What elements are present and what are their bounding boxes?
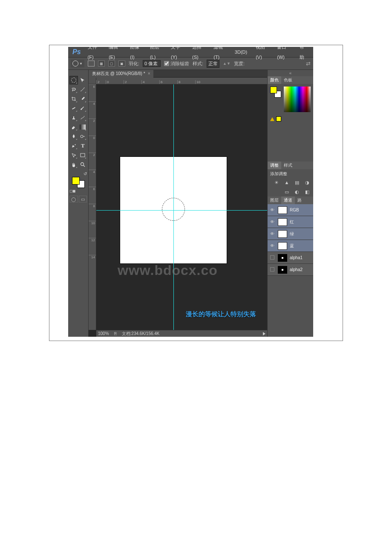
foreground-color-swatch[interactable] (72, 177, 80, 185)
dodge-tool-icon[interactable] (79, 132, 87, 141)
channel-row[interactable]: 👁绿 (268, 228, 313, 240)
default-colors-icon[interactable]: ◻◼ (69, 189, 75, 193)
visibility-eye-icon[interactable]: 👁 (269, 231, 275, 236)
ruler-vertical[interactable]: 6 4 2 0 2 4 6 8 10 12 14 (89, 84, 96, 330)
panel-fg-swatch[interactable] (270, 87, 277, 93)
tab-swatches[interactable]: 色板 (281, 76, 295, 84)
feather-input[interactable] (143, 60, 161, 67)
antialias-toggle[interactable]: 消除锯齿 (164, 61, 189, 67)
swap-colors-icon[interactable]: ↺ (84, 171, 87, 176)
channel-thumbnail (278, 230, 287, 238)
hue-adjust-icon[interactable]: ◐ (294, 189, 300, 195)
selection-add-icon[interactable]: ▦ (98, 61, 105, 66)
elliptical-selection[interactable] (162, 198, 185, 221)
levels-adjust-icon[interactable]: ▲ (283, 179, 290, 185)
tab-paths[interactable]: 路 (295, 197, 304, 204)
visibility-eye-icon[interactable]: 👁 (269, 243, 275, 248)
history-brush-tool-icon[interactable] (79, 113, 87, 122)
canvas-viewport[interactable]: 2 0 2 4 6 8 10 6 4 2 0 2 4 6 8 1 (89, 78, 267, 337)
app-logo: Ps (70, 48, 84, 56)
tab-styles[interactable]: 样式 (281, 162, 295, 169)
channel-name: 蓝 (290, 243, 294, 249)
warning-icon[interactable] (270, 117, 274, 121)
close-icon[interactable]: × (148, 71, 150, 76)
vibrance-adjust-icon[interactable]: ▭ (283, 189, 290, 195)
selection-new-icon[interactable] (88, 61, 95, 66)
ruler-origin[interactable] (89, 78, 96, 84)
photoshop-window: Ps 文件(F) 编辑(E) 图像(I) 图层(L) 文字(Y) 选择(S) 滤… (68, 47, 313, 337)
exposure-adjust-icon[interactable]: ◑ (304, 179, 311, 185)
path-select-tool-icon[interactable] (69, 151, 78, 159)
selection-subtract-icon[interactable]: ▢ (108, 61, 115, 66)
zoom-level[interactable]: 100% (98, 331, 109, 336)
menu-edit[interactable]: 编辑(E) (104, 47, 126, 62)
zoom-tool-icon[interactable] (79, 160, 87, 169)
svg-rect-6 (81, 153, 85, 157)
lasso-tool-icon[interactable] (69, 85, 78, 94)
crop-tool-icon[interactable] (69, 95, 78, 103)
antialias-checkbox[interactable] (164, 61, 169, 66)
channel-row[interactable]: alpha1 (268, 252, 313, 264)
blur-tool-icon[interactable] (69, 132, 78, 141)
visibility-eye-icon[interactable] (269, 255, 275, 260)
menu-window[interactable]: 窗口(W) (273, 47, 295, 62)
visibility-eye-icon[interactable]: 👁 (269, 208, 275, 212)
channel-row[interactable]: alpha2 (268, 264, 313, 276)
eyedropper-tool-icon[interactable] (79, 95, 87, 103)
move-tool-icon[interactable] (79, 76, 87, 84)
right-dock: « 颜色 色板 调整 样式 (267, 70, 313, 337)
tab-color[interactable]: 颜色 (268, 76, 281, 84)
warning-swatch[interactable] (276, 116, 281, 121)
channel-name: 绿 (290, 231, 294, 237)
tab-layers[interactable]: 图层 (268, 197, 281, 204)
visibility-eye-icon[interactable]: 👁 (269, 220, 275, 224)
ruler-horizontal[interactable]: 2 0 2 4 6 8 10 (96, 78, 267, 84)
screen-mode-icon[interactable]: ▭ (79, 196, 87, 202)
quick-mask-icon[interactable]: ◯ (69, 196, 78, 202)
style-select[interactable]: 正常 (207, 60, 219, 68)
channel-name: alpha1 (290, 255, 303, 260)
menu-bar: Ps 文件(F) 编辑(E) 图像(I) 图层(L) 文字(Y) 选择(S) 滤… (68, 47, 313, 57)
tab-channels[interactable]: 通道 (281, 197, 295, 204)
channel-row[interactable]: 👁蓝 (268, 240, 313, 252)
eraser-tool-icon[interactable] (69, 123, 78, 131)
channel-row[interactable]: 👁红 (268, 216, 313, 228)
color-fgbg[interactable] (270, 87, 281, 98)
tab-adjustments[interactable]: 调整 (268, 162, 281, 169)
dock-top-collapse-icon[interactable]: « (268, 70, 313, 76)
brush-tool-icon[interactable] (79, 104, 87, 113)
refine-edge-icon[interactable]: ⇄ (306, 61, 311, 67)
antialias-label: 消除锯齿 (170, 61, 189, 67)
color-ramp[interactable] (284, 87, 311, 112)
brightness-adjust-icon[interactable]: ☀ (273, 179, 280, 185)
type-tool-icon[interactable]: T (79, 142, 87, 150)
play-icon[interactable] (263, 332, 265, 335)
menu-file[interactable]: 文件(F) (84, 47, 105, 62)
menu-view[interactable]: 视图(V) (251, 47, 273, 62)
ellipse-marquee-icon (72, 61, 78, 66)
hand-tool-icon[interactable] (69, 160, 78, 169)
doc-info[interactable]: 文档:234.6K/156.4K (122, 331, 160, 337)
channels-panel-header: 图层 通道 路 (268, 197, 313, 204)
bw-adjust-icon[interactable]: ◧ (304, 189, 311, 195)
clone-stamp-tool-icon[interactable] (69, 113, 78, 122)
channel-name: RGB (290, 208, 299, 212)
menu-3d[interactable]: 3D(D) (231, 47, 251, 57)
adjust-panel-header: 调整 样式 (268, 162, 313, 169)
marquee-tool-icon[interactable] (69, 76, 78, 84)
channel-name: alpha2 (290, 267, 303, 272)
curves-adjust-icon[interactable]: ▤ (294, 179, 300, 185)
svg-point-5 (81, 135, 83, 138)
healing-brush-tool-icon[interactable] (69, 104, 78, 113)
rectangle-shape-tool-icon[interactable] (79, 151, 87, 159)
current-tool-dropdown[interactable]: ▼ (71, 60, 84, 67)
visibility-eye-icon[interactable] (269, 267, 275, 272)
gradient-tool-icon[interactable] (79, 123, 87, 131)
document-tab[interactable]: 奥林匹克 @ 100%(RGB/8) * × (89, 70, 153, 78)
export-icon[interactable]: ⎘ (114, 331, 117, 336)
magic-wand-tool-icon[interactable] (79, 85, 87, 94)
channel-thumbnail (278, 266, 287, 274)
pen-tool-icon[interactable] (69, 142, 78, 150)
channel-row[interactable]: 👁RGB (268, 204, 313, 216)
selection-intersect-icon[interactable]: ▣ (118, 61, 125, 66)
